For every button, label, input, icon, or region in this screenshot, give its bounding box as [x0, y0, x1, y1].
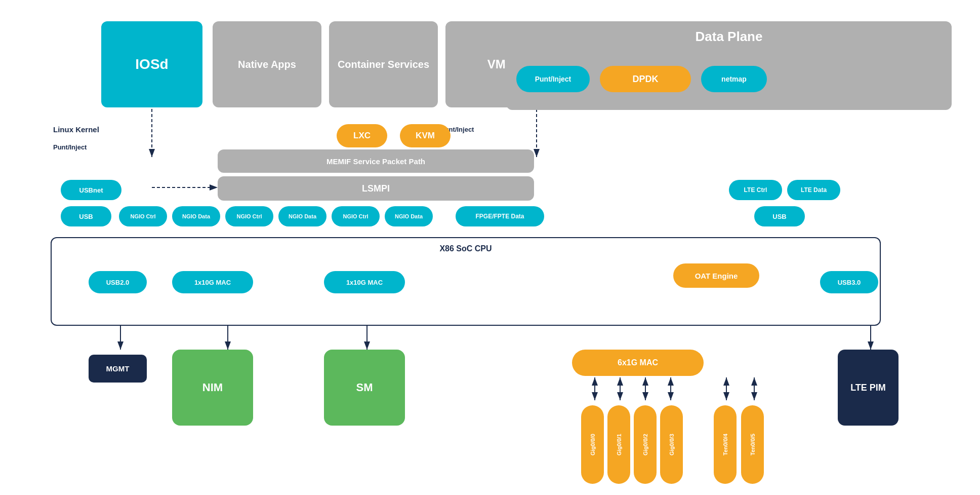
usb30-box: USB3.0: [820, 271, 878, 293]
punt-inject-dp-box: Punt/Inject: [516, 66, 590, 92]
mac2-box: 1x10G MAC: [324, 271, 405, 293]
kvm-box: KVM: [400, 124, 451, 147]
ngio-ctrl2-box: NGIO Ctrl: [225, 206, 273, 226]
lte-ctrl-box: LTE Ctrl: [729, 180, 782, 200]
gig001-box: Gig0/0/1: [607, 405, 630, 484]
lte-pim-box: LTE PIM: [838, 350, 899, 426]
lte-data-box: LTE Data: [787, 180, 840, 200]
sm-box: SM: [324, 350, 405, 426]
gig003-box: Gig0/0/3: [660, 405, 683, 484]
punt-inject-label-right: Punt/Inject: [440, 122, 521, 137]
ngio-data1-box: NGIO Data: [172, 206, 220, 226]
memif-box: MEMIF Service Packet Path: [218, 149, 534, 173]
ngio-ctrl3-box: NGIO Ctrl: [332, 206, 380, 226]
native-apps-box: Native Apps: [213, 21, 321, 107]
usb-left-box: USB: [61, 206, 111, 226]
dpdk-box: DPDK: [600, 66, 691, 92]
container-services-box: Container Services: [329, 21, 438, 107]
ngio-data3-box: NGIO Data: [385, 206, 433, 226]
punt-inject-label-left: Punt/Inject: [53, 139, 134, 155]
usb20-box: USB2.0: [89, 271, 147, 293]
netmap-box: netmap: [701, 66, 767, 92]
nim-box: NIM: [172, 350, 253, 426]
gig002-box: Gig0/0/2: [634, 405, 657, 484]
ngio-ctrl1-box: NGIO Ctrl: [119, 206, 167, 226]
lsmpi-box: LSMPI: [218, 176, 534, 201]
ten004-box: Ten0/0/4: [714, 405, 737, 484]
fpge-box: FPGE/FPTE Data: [456, 206, 544, 226]
architecture-diagram: IOSd Native Apps Container Services VMs …: [0, 0, 980, 495]
mac6x1g-box: 6x1G MAC: [572, 350, 704, 376]
lxc-box: LXC: [337, 124, 387, 147]
ten005-box: Ten0/0/5: [741, 405, 764, 484]
mac1-box: 1x10G MAC: [172, 271, 253, 293]
iosd-box: IOSd: [101, 21, 202, 107]
linux-kernel-label: Linux Kernel: [53, 122, 134, 137]
oat-engine-box: OAT Engine: [673, 263, 759, 288]
mgmt-box: MGMT: [89, 355, 147, 383]
ngio-data2-box: NGIO Data: [278, 206, 326, 226]
gig000-box: Gig0/0/0: [581, 405, 604, 484]
usb-right-box: USB: [754, 206, 805, 226]
usbnet-box: USBnet: [61, 180, 121, 200]
